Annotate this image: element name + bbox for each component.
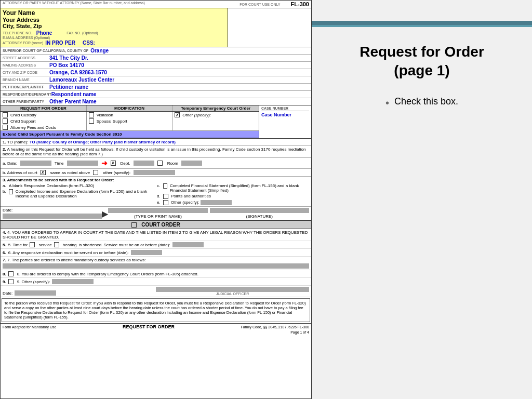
address-court-label: b. Address of court	[3, 170, 37, 175]
red-arrow: ➜	[101, 159, 108, 167]
completed-income-label: Completed Income and Expense Declaration…	[16, 189, 155, 198]
completed-income-checkbox[interactable]	[9, 189, 13, 194]
spousal-label: Spousal Support	[97, 119, 127, 124]
to-line-label: TO (name):	[7, 140, 30, 144]
order-4-num: 4.	[3, 230, 7, 235]
telephone-label: TELEPHONE NO.	[3, 31, 32, 35]
order-4-text: 4. YOU ARE ORDERED TO APPEAR IN COURT AT…	[3, 230, 308, 240]
respondent-value: Respondent name	[51, 91, 97, 97]
service-label: service	[38, 243, 51, 247]
dept-input[interactable]	[134, 161, 154, 166]
city-zip-label: CITY AND ZIP CODE	[3, 71, 49, 74]
hearing-checkbox[interactable]	[54, 242, 59, 247]
css-value: CSS:	[83, 40, 95, 46]
branch-label: BRANCH NAME	[3, 78, 49, 82]
order5-date-input[interactable]	[172, 242, 204, 247]
date-label-a: a. Date:	[3, 161, 17, 166]
city-zip-value: Orange, CA 92863-1570	[49, 70, 107, 75]
request-header: REQUEST FOR ORDER	[1, 105, 87, 111]
county-value: Orange	[90, 48, 109, 54]
service-checkbox[interactable]	[30, 242, 35, 247]
hearing-text: A hearing on this Request for Order will…	[3, 147, 305, 156]
footer-right: Family Code, §§ 2045, 2107, 6226 FL-300	[241, 325, 309, 329]
branch-value: Lamoreaux Justice Center	[49, 77, 114, 83]
room-input[interactable]	[181, 161, 202, 166]
telephone-value: Phone	[36, 30, 52, 36]
panel-header-bar	[312, 21, 532, 25]
order-9-text: 9. Other (specify):	[17, 280, 50, 284]
item-2-label: 2.	[3, 147, 6, 152]
same-as-noted: same as noted above	[50, 170, 90, 175]
date-sign-input[interactable]	[3, 214, 102, 219]
info-panel: Request for Order (page 1) • Check this …	[312, 0, 532, 399]
order9-input[interactable]	[52, 279, 94, 284]
other-parent-label: OTHER PARENT/PARTY	[3, 100, 49, 103]
attorney-fees-checkbox[interactable]	[3, 125, 8, 130]
judicial-label: JUDICIAL OFFICER	[216, 292, 249, 296]
blank-responsive-label: A blank Responsive Declaration (form FL-…	[9, 183, 94, 188]
order6-date-input[interactable]	[131, 250, 162, 255]
mailing-label: MAILING ADDRESS	[3, 63, 49, 67]
other-parent-value: Other Parent Name	[49, 99, 97, 104]
other-specify2-checkbox[interactable]	[93, 170, 98, 175]
spousal-checkbox[interactable]	[89, 118, 94, 124]
date-judicial-input[interactable]	[15, 290, 56, 296]
child-support-checkbox[interactable]	[3, 118, 8, 124]
info-bullet-item: • Check this box.	[365, 96, 479, 109]
email-label: E-MAIL ADDRESS (Optional)	[3, 36, 225, 39]
time-input[interactable]	[67, 161, 98, 166]
judicial-input[interactable]	[156, 287, 309, 292]
other-specify3-checkbox[interactable]	[163, 200, 168, 205]
date-field-label: Date:	[3, 208, 102, 212]
case-number-value: Case Number	[261, 112, 309, 117]
for-court-use-label: FOR COURT USE ONLY	[240, 3, 280, 6]
petitioner-value: Petitioner name	[49, 84, 88, 90]
attorney-address: Your Address	[3, 17, 225, 23]
court-label: SUPERIOR COURT OF CALIFORNIA, COUNTY OF	[3, 49, 88, 52]
order9-checkbox[interactable]	[8, 279, 14, 284]
type-print-label: (TYPE OR PRINT NAME)	[108, 214, 207, 219]
order7-input[interactable]	[3, 263, 309, 269]
room-checkbox[interactable]	[157, 161, 163, 166]
attorney-name: Your Name	[3, 9, 225, 17]
bullet-dot-icon: •	[385, 97, 389, 109]
completed-financial-checkbox[interactable]	[163, 183, 167, 189]
bottom-notice: To the person who received this Request …	[2, 298, 310, 322]
info-bullet-text: Check this box.	[394, 96, 458, 107]
form-number: FL-300	[291, 1, 309, 7]
court-order-checkbox[interactable]	[131, 222, 137, 228]
hearing-label2: hearing	[63, 243, 77, 247]
date-input[interactable]	[20, 161, 51, 166]
attach-header: 3. Attachments to be served with this Re…	[3, 178, 309, 182]
signature-input[interactable]	[210, 208, 309, 213]
other-specify-label: Other (specify):	[182, 113, 211, 117]
visitation-checkbox[interactable]	[89, 112, 94, 117]
visitation-label: Visitation	[97, 113, 113, 117]
same-as-noted-checkbox[interactable]	[41, 170, 46, 175]
type-print-input[interactable]	[108, 208, 207, 213]
order-6-num: 6.	[3, 250, 6, 255]
other-specify3-input[interactable]	[201, 200, 232, 205]
room-label: Room	[167, 161, 178, 166]
child-support-label: Child Support	[10, 119, 35, 124]
notice-text: To the person who received this Request …	[4, 301, 306, 320]
other-specify2-input[interactable]	[134, 170, 175, 175]
time-label: Time	[55, 161, 63, 166]
other-checkbox[interactable]	[175, 112, 180, 117]
attorney-for-label: ATTORNEY FOR (name)	[3, 41, 43, 45]
footer-left: Form Adopted for Mandatory Use	[3, 325, 57, 329]
attorney-fees-label: Attorney Fees and Costs	[10, 125, 56, 130]
child-custody-checkbox[interactable]	[3, 112, 8, 117]
points-auth-checkbox[interactable]	[163, 194, 168, 199]
dept-checkbox[interactable]	[111, 161, 116, 166]
order-5-num: 5.	[3, 243, 6, 247]
order-5-label: 5. Time for	[8, 243, 28, 247]
dept-label: Dept.	[121, 161, 130, 166]
order-7-num: 7.	[3, 258, 6, 262]
street-label: STREET ADDRESS	[3, 56, 49, 60]
order8-checkbox[interactable]	[8, 271, 14, 276]
mod-header: MODIFICATION	[87, 105, 173, 111]
temp-emergency-header: Temporary Emergency Court Order	[172, 105, 259, 111]
petitioner-label: PETITIONER/PLAINTIFF	[3, 85, 49, 89]
court-order-label: COURT ORDER	[141, 222, 180, 228]
